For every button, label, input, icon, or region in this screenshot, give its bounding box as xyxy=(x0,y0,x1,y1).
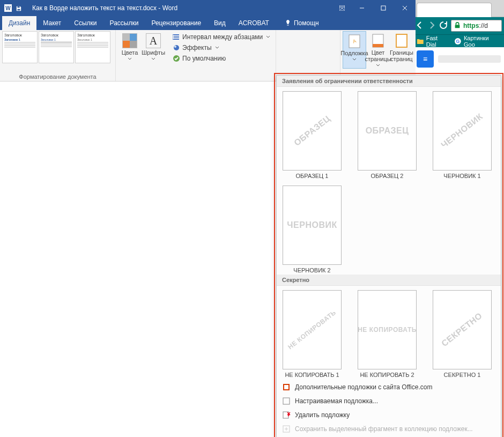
watermark-icon: A xyxy=(347,34,362,49)
fonts-button[interactable]: A Шрифты xyxy=(142,31,165,62)
bookmark-gimages[interactable]: G Картинки Goo xyxy=(454,35,501,48)
svg-rect-17 xyxy=(283,398,290,404)
url-scheme: https xyxy=(463,22,479,29)
page-borders-label: Границы страниц xyxy=(390,49,413,62)
remove-watermark-icon xyxy=(282,411,291,419)
watermark-text: НЕ КОПИРОВАТЬ xyxy=(358,326,417,334)
paragraph-spacing-label: Интервал между абзацами xyxy=(182,33,263,41)
custom-watermark[interactable]: Настраиваемая подложка... xyxy=(277,394,501,408)
page-borders-button[interactable]: Границы страниц xyxy=(390,31,413,69)
page-borders-icon xyxy=(394,33,409,48)
svg-rect-0 xyxy=(455,25,460,28)
remove-watermark[interactable]: Удалить подложку xyxy=(277,408,501,422)
group-formatting-options: Интервал между абзацами Эффекты По умолч… xyxy=(167,30,276,81)
titlebar: W Как в Ворде наложить текст на текст.do… xyxy=(0,0,416,16)
watermark-draft-1[interactable]: ЧЕРНОВИК ЧЕРНОВИК 1 xyxy=(431,91,493,179)
save-icon[interactable] xyxy=(16,5,21,11)
watermark-confidential-1[interactable]: СЕКРЕТНО СЕКРЕТНО 1 xyxy=(431,290,493,378)
chevron-down-icon xyxy=(214,44,219,51)
watermark-text: ОБРАЗЕЦ xyxy=(292,114,332,148)
ribbon: Заголовок Заголовок 1 Заголовок Заголово… xyxy=(0,30,416,82)
menu-label: Настраиваемая подложка... xyxy=(295,397,378,405)
ribbon-display-options-icon[interactable] xyxy=(333,0,351,16)
chevron-down-icon xyxy=(376,62,380,69)
watermark-caption: ЧЕРНОВИК 2 xyxy=(281,267,343,273)
colors-button[interactable]: Цвета xyxy=(118,31,142,62)
paragraph-spacing-button[interactable]: Интервал между абзацами xyxy=(173,32,270,42)
watermark-sample-1[interactable]: ОБРАЗЕЦ ОБРАЗЕЦ 1 xyxy=(281,91,343,179)
style-title: Заголовок xyxy=(4,33,35,37)
lock-icon xyxy=(454,21,461,31)
bookmark-label: Картинки Goo xyxy=(464,35,501,48)
tab-references[interactable]: Ссылки xyxy=(68,16,103,30)
watermark-do-not-copy-2[interactable]: НЕ КОПИРОВАТЬ НЕ КОПИРОВАТЬ 2 xyxy=(356,290,418,378)
style-h1: Заголовок 1 xyxy=(41,38,72,41)
forward-icon[interactable] xyxy=(427,21,436,31)
watermark-sample-2[interactable]: ОБРАЗЕЦ ОБРАЗЕЦ 2 xyxy=(356,91,418,179)
tab-acrobat[interactable]: ACROBAT xyxy=(232,16,276,30)
browser-toolbar: https://d xyxy=(413,17,504,34)
fonts-icon: A xyxy=(146,33,161,48)
watermark-text: ЧЕРНОВИК xyxy=(287,220,337,230)
folder-icon xyxy=(417,38,424,45)
fonts-label: Шрифты xyxy=(142,49,165,56)
group-themes: Цвета A Шрифты xyxy=(116,30,167,81)
tab-review[interactable]: Рецензирование xyxy=(145,16,207,30)
bookmarks-bar: Fast Dial G Картинки Goo xyxy=(413,34,504,47)
watermark-text: ОБРАЗЕЦ xyxy=(366,126,409,136)
colors-icon xyxy=(122,33,137,48)
chevron-down-icon xyxy=(352,56,357,63)
svg-point-7 xyxy=(174,45,179,50)
tab-layout[interactable]: Макет xyxy=(36,16,68,30)
group-page-background: A Подложка Цвет страницы Границы страниц xyxy=(340,30,416,81)
effects-label: Эффекты xyxy=(182,44,212,51)
browser-content: ≡ xyxy=(413,47,504,71)
effects-icon xyxy=(173,44,180,51)
checkmark-icon xyxy=(173,55,180,62)
style-title: Заголовок xyxy=(41,33,72,37)
page-color-button[interactable]: Цвет страницы xyxy=(366,31,390,69)
watermark-caption: СЕКРЕТНО 1 xyxy=(431,372,493,378)
tell-me-search[interactable]: Помощн xyxy=(278,16,325,30)
watermark-text: НЕ КОПИРОВАТЬ xyxy=(286,309,337,351)
chevron-down-icon xyxy=(151,56,155,62)
ribbon-tabs: Дизайн Макет Ссылки Рассылки Рецензирова… xyxy=(0,16,416,30)
style-set-thumbnail[interactable]: Заголовок Заголовок 1 xyxy=(39,31,74,63)
style-set-thumbnail[interactable]: Заголовок Заголовок 1 xyxy=(75,31,110,63)
page-color-label: Цвет страницы xyxy=(365,49,391,62)
watermark-caption: НЕ КОПИРОВАТЬ 2 xyxy=(356,372,418,378)
svg-rect-4 xyxy=(18,6,20,8)
watermark-caption: НЕ КОПИРОВАТЬ 1 xyxy=(281,372,343,378)
style-title: Заголовок xyxy=(77,33,108,37)
tab-view[interactable]: Вид xyxy=(207,16,232,30)
watermark-draft-2[interactable]: ЧЕРНОВИК ЧЕРНОВИК 2 xyxy=(281,186,343,273)
lightbulb-icon xyxy=(284,19,292,27)
watermark-caption: ОБРАЗЕЦ 2 xyxy=(356,173,418,179)
tab-mailings[interactable]: Рассылки xyxy=(103,16,145,30)
effects-button[interactable]: Эффекты xyxy=(173,43,270,53)
maximize-button[interactable] xyxy=(373,0,394,16)
browser-tab[interactable] xyxy=(417,3,492,17)
address-bar[interactable]: https://d xyxy=(451,20,502,32)
bookmark-label: Fast Dial xyxy=(426,35,449,48)
watermark-do-not-copy-1[interactable]: НЕ КОПИРОВАТЬ НЕ КОПИРОВАТЬ 1 xyxy=(281,290,343,378)
minimize-button[interactable] xyxy=(351,0,373,16)
bookmark-fastdial[interactable]: Fast Dial xyxy=(417,35,449,48)
svg-point-8 xyxy=(174,46,176,48)
style-h1: Заголовок 1 xyxy=(77,38,108,41)
google-docs-icon[interactable]: ≡ xyxy=(417,50,434,68)
set-as-default-button[interactable]: По умолчанию xyxy=(173,54,270,63)
watermark-button[interactable]: A Подложка xyxy=(343,31,366,69)
reload-icon[interactable] xyxy=(439,21,448,31)
back-icon[interactable] xyxy=(416,21,424,31)
close-button[interactable] xyxy=(394,0,416,16)
svg-rect-3 xyxy=(18,9,20,10)
gallery-footer: Дополнительные подложки с сайта Office.c… xyxy=(277,379,501,437)
tab-design[interactable]: Дизайн xyxy=(2,16,36,30)
menu-label: Удалить подложку xyxy=(295,411,350,419)
more-watermarks-office[interactable]: Дополнительные подложки с сайта Office.c… xyxy=(277,380,501,394)
set-default-label: По умолчанию xyxy=(182,55,226,62)
style-set-thumbnail[interactable]: Заголовок Заголовок 1 xyxy=(2,31,38,63)
svg-rect-13 xyxy=(373,44,383,47)
save-selection-icon xyxy=(282,425,291,433)
